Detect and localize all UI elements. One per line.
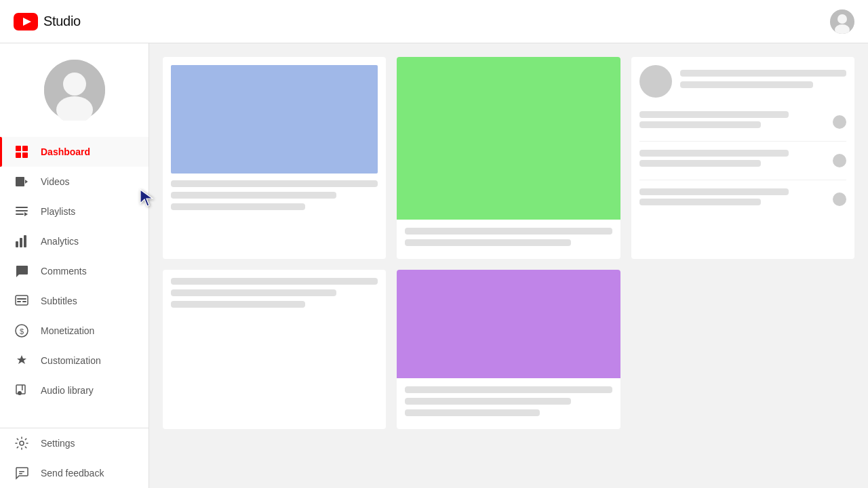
card-5[interactable] — [163, 270, 386, 429]
sidebar-item-monetization[interactable]: $ Monetization — [0, 316, 149, 346]
analytics-label: Analytics — [41, 236, 79, 247]
card-2-image — [397, 57, 620, 220]
subtitles-icon — [14, 293, 30, 309]
card-3-lines — [680, 70, 846, 93]
monetization-icon: $ — [14, 323, 30, 339]
skeleton-line — [171, 289, 336, 296]
customization-label: Customization — [41, 355, 101, 366]
svg-rect-24 — [17, 298, 26, 300]
svg-point-3 — [837, 14, 847, 24]
sidebar-profile — [0, 43, 149, 137]
analytics-icon — [14, 233, 30, 249]
subtitles-label: Subtitles — [41, 296, 77, 306]
svg-rect-14 — [16, 207, 28, 208]
card-3-avatar — [639, 65, 672, 98]
skeleton-line — [405, 398, 570, 405]
card-row-lines — [639, 188, 826, 210]
sidebar-item-settings[interactable]: Settings — [0, 428, 149, 458]
settings-icon — [14, 435, 30, 451]
skeleton-line — [405, 409, 539, 416]
feedback-icon — [14, 465, 30, 481]
card-row-2 — [639, 142, 846, 180]
skeleton-line — [680, 70, 846, 77]
skeleton-line — [405, 228, 612, 235]
monetization-label: Monetization — [41, 325, 94, 336]
customization-icon — [14, 352, 30, 369]
skeleton-line — [639, 121, 761, 128]
svg-marker-13 — [25, 180, 28, 184]
card-2-content — [397, 220, 620, 259]
card-2[interactable] — [397, 57, 620, 259]
sidebar-item-videos[interactable]: Videos — [0, 167, 149, 197]
card-6-image — [397, 270, 620, 378]
logo-area[interactable]: Studio — [14, 13, 81, 30]
svg-text:$: $ — [20, 327, 24, 336]
skeleton-line — [171, 301, 305, 308]
skeleton-line — [639, 111, 789, 118]
svg-rect-31 — [19, 471, 24, 472]
sidebar-item-send-feedback[interactable]: Send feedback — [0, 458, 149, 488]
skeleton-line — [639, 188, 789, 195]
settings-label: Settings — [41, 438, 75, 449]
body-layout: Dashboard Videos — [0, 43, 868, 488]
dashboard-icon — [14, 144, 30, 160]
svg-rect-10 — [16, 152, 21, 158]
card-3[interactable] — [631, 57, 854, 259]
header-avatar[interactable] — [830, 9, 854, 34]
sidebar-avatar — [44, 60, 105, 121]
skeleton-line — [171, 278, 378, 285]
audio-library-label: Audio library — [41, 385, 94, 396]
sidebar-item-subtitles[interactable]: Subtitles — [0, 286, 149, 316]
svg-rect-19 — [20, 238, 22, 247]
sidebar-item-comments[interactable]: Comments — [0, 256, 149, 286]
svg-point-30 — [20, 441, 24, 445]
svg-rect-15 — [16, 210, 28, 211]
comments-label: Comments — [41, 266, 87, 277]
svg-point-6 — [63, 73, 86, 96]
sidebar-item-customization[interactable]: Customization — [0, 346, 149, 375]
sidebar-item-audio-library[interactable]: Audio library — [0, 375, 149, 405]
skeleton-line — [405, 386, 612, 393]
card-row-circle — [833, 154, 846, 167]
skeleton-line — [639, 199, 761, 205]
playlists-icon — [14, 203, 30, 220]
sidebar-nav: Dashboard Videos — [0, 137, 149, 428]
card-6[interactable] — [397, 270, 620, 429]
skeleton-line — [639, 160, 761, 167]
svg-rect-21 — [16, 296, 28, 305]
sidebar-bottom: Settings Send feedback — [0, 428, 149, 488]
svg-marker-17 — [24, 212, 28, 216]
card-3-top — [639, 65, 846, 98]
skeleton-line — [639, 150, 789, 157]
svg-rect-20 — [24, 235, 26, 247]
dashboard-label: Dashboard — [41, 146, 90, 157]
svg-rect-16 — [16, 214, 24, 215]
card-6-content — [397, 378, 620, 429]
card-row-circle — [833, 192, 846, 206]
sidebar-item-analytics[interactable]: Analytics — [0, 226, 149, 256]
card-row-circle — [833, 115, 846, 129]
card-row-lines — [639, 150, 826, 171]
svg-rect-22 — [17, 301, 21, 302]
svg-rect-18 — [16, 241, 18, 247]
svg-point-28 — [18, 391, 22, 395]
skeleton-line — [171, 180, 378, 187]
sidebar-item-playlists[interactable]: Playlists — [0, 197, 149, 226]
youtube-logo-icon — [14, 13, 38, 30]
header: Studio — [0, 0, 868, 43]
svg-rect-8 — [16, 146, 21, 151]
audio-library-icon — [14, 382, 30, 399]
skeleton-line — [680, 81, 813, 88]
sidebar-item-dashboard[interactable]: Dashboard — [0, 137, 149, 167]
svg-rect-11 — [22, 152, 28, 158]
sidebar: Dashboard Videos — [0, 43, 149, 488]
studio-title: Studio — [43, 14, 81, 29]
svg-rect-9 — [22, 146, 28, 151]
svg-rect-29 — [22, 385, 23, 390]
svg-rect-12 — [16, 177, 24, 186]
card-1[interactable] — [163, 57, 386, 259]
videos-icon — [14, 174, 30, 190]
svg-rect-23 — [22, 301, 26, 302]
comments-icon — [14, 263, 30, 279]
skeleton-line — [405, 239, 570, 246]
